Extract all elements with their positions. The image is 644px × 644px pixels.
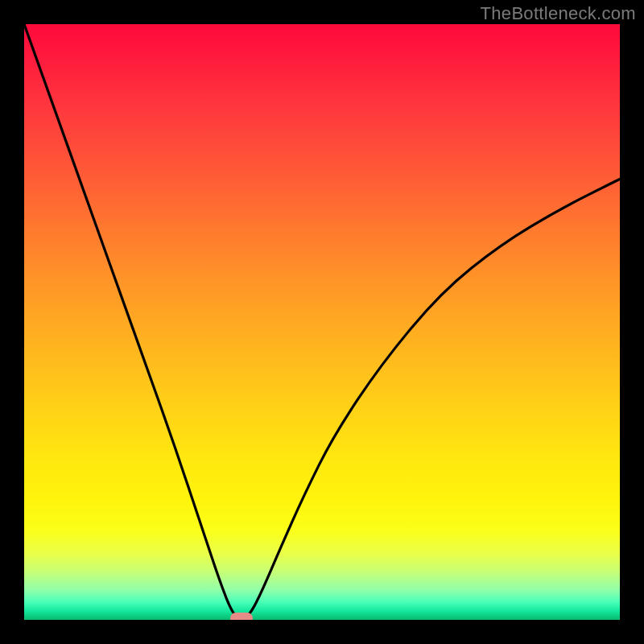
chart-frame: TheBottleneck.com (0, 0, 644, 644)
bottleneck-curve (24, 24, 620, 620)
optimal-marker (230, 613, 253, 620)
watermark-text: TheBottleneck.com (481, 3, 636, 24)
curve-path (24, 24, 620, 618)
plot-area (24, 24, 620, 620)
